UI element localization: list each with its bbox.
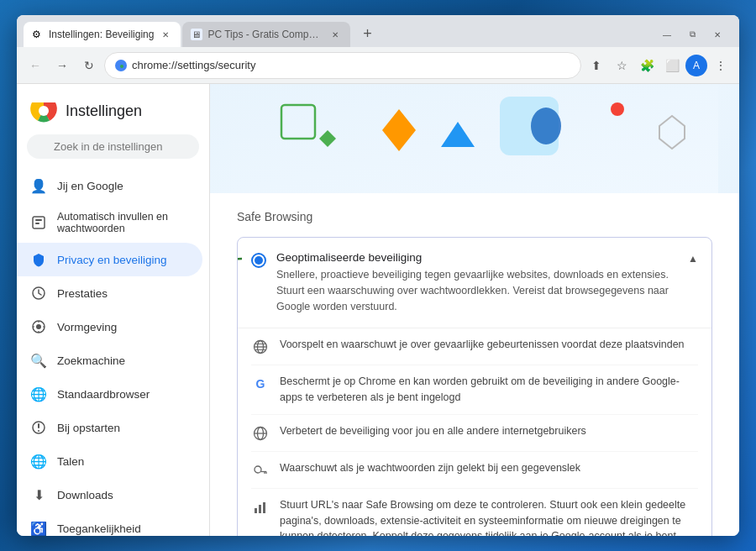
accessibility-icon: ♿ [30, 520, 47, 536]
shield-icon [30, 251, 47, 268]
tab-close-pc-tips[interactable]: ✕ [328, 28, 342, 41]
sidebar-item-bij-opstarten[interactable]: Bij opstarten [17, 411, 202, 444]
appearance-icon [30, 318, 47, 335]
svg-point-3 [39, 106, 49, 116]
sidebar-header: Instellingen [17, 84, 209, 134]
feature-globe-icon-2 [251, 424, 270, 443]
tab-favicon-settings: ⚙ [32, 29, 44, 40]
sidebar-item-standaardbrowser[interactable]: 🌐 Standaardbrowser [17, 377, 202, 411]
hero-area [210, 84, 739, 193]
google-g-icon: G [251, 375, 270, 393]
option-header: Geoptimaliseerde beveiliging Snellere, p… [238, 238, 711, 328]
autofill-icon [30, 214, 47, 231]
languages-icon: 🌐 [30, 453, 47, 470]
svg-rect-5 [35, 219, 42, 221]
url-bar[interactable]: chrome://settings/security [104, 52, 581, 79]
forward-button[interactable]: → [50, 54, 74, 77]
chrome-logo-icon [30, 97, 57, 124]
sidebar-item-privacy[interactable]: Privacy en beveiliging [17, 243, 202, 276]
url-favicon [115, 60, 127, 71]
download-icon: ⬇ [30, 486, 47, 503]
person-icon: 👤 [30, 177, 47, 194]
search-nav-icon: 🔍 [30, 352, 47, 369]
svg-point-18 [611, 102, 624, 116]
content-area: Instellingen 🔍 👤 Jij en Google [17, 84, 739, 536]
svg-point-30 [255, 466, 261, 473]
sidebar-label-privacy: Privacy en beveiliging [57, 254, 189, 266]
tab-pc-tips[interactable]: 🖥 PC Tips - Gratis Computer Tips... ✕ [182, 22, 350, 47]
feature-text-2: Beschermt je op Chrome en kan worden geb… [280, 374, 698, 406]
extensions-icon[interactable]: 🧩 [635, 54, 659, 77]
feature-item-5: Stuurt URL's naar Safe Browsing om deze … [251, 489, 698, 536]
bookmark-icon[interactable]: ☆ [610, 54, 633, 77]
sidebar-label-prestaties: Prestaties [57, 287, 189, 300]
tab-bar: ⚙ Instellingen: Beveiliging ✕ 🖥 PC Tips … [17, 15, 739, 47]
sidebar-item-zoekmachine[interactable]: 🔍 Zoekmachine [17, 344, 202, 377]
key-icon [251, 461, 270, 480]
sidebar-label-standaardbrowser: Standaardbrowser [57, 388, 189, 401]
address-actions: ⬆ ☆ 🧩 ⬜ A ⋮ [585, 54, 732, 77]
tab-title-pc-tips: PC Tips - Gratis Computer Tips... [207, 29, 323, 40]
tab-favicon-pc-tips: 🖥 [191, 29, 202, 40]
back-button[interactable]: ← [24, 54, 47, 77]
share-icon[interactable]: ⬆ [585, 54, 608, 77]
option-title: Geoptimaliseerde beveiliging [276, 251, 678, 264]
minimize-button[interactable]: — [655, 25, 679, 44]
svg-point-9 [36, 324, 41, 329]
sidebar-item-prestaties[interactable]: Prestaties [17, 276, 202, 310]
sidebar-nav: 👤 Jij en Google Automatisch invullen en … [17, 169, 209, 536]
feature-list: Voorspelt en waarschuwt je over gevaarli… [238, 328, 711, 536]
profile-split-icon[interactable]: ⬜ [660, 54, 684, 77]
feature-item-1: Voorspelt en waarschuwt je over gevaarli… [251, 328, 698, 365]
feature-item-3: Verbetert de beveiliging voor jou en all… [251, 415, 698, 452]
sidebar-title: Instellingen [66, 102, 142, 120]
new-tab-button[interactable]: + [355, 22, 379, 45]
sidebar-label-vormgeving: Vormgeving [57, 321, 189, 333]
green-arrow-icon [237, 255, 246, 305]
svg-rect-34 [255, 508, 257, 513]
browser-icon: 🌐 [30, 386, 47, 402]
sidebar-label-autofill: Automatisch invullen en wachtwoorden [57, 211, 189, 234]
sidebar-label-downloads: Downloads [57, 489, 189, 501]
section-title: Safe Browsing [237, 210, 712, 223]
feature-text-4: Waarschuwt als je wachtwoorden zijn gele… [280, 460, 580, 476]
sidebar: Instellingen 🔍 👤 Jij en Google [17, 84, 210, 536]
radio-geoptimaliseerd[interactable] [251, 253, 266, 268]
feature-item-4: Waarschuwt als je wachtwoorden zijn gele… [251, 452, 698, 489]
feature-text-3: Verbetert de beveiliging voor jou en all… [280, 423, 586, 439]
restore-button[interactable]: ⧉ [680, 25, 704, 44]
sidebar-label-talen: Talen [57, 455, 189, 468]
close-button[interactable]: ✕ [706, 25, 729, 44]
option-card-geoptimaliseerd: Geoptimaliseerde beveiliging Snellere, p… [237, 237, 712, 536]
sidebar-item-vormgeving[interactable]: Vormgeving [17, 310, 202, 344]
sidebar-item-jij-en-google[interactable]: 👤 Jij en Google [17, 169, 202, 202]
sidebar-search-input[interactable] [27, 134, 199, 159]
sidebar-item-downloads[interactable]: ⬇ Downloads [17, 478, 202, 512]
address-bar: ← → ↻ chrome://settings/security ⬆ ☆ 🧩 ⬜… [17, 47, 739, 84]
reload-button[interactable]: ↻ [77, 54, 101, 77]
collapse-icon[interactable]: ▲ [688, 253, 698, 265]
svg-rect-36 [263, 502, 265, 513]
option-text: Geoptimaliseerde beveiliging Snellere, p… [276, 251, 678, 314]
feature-item-2: G Beschermt je op Chrome en kan worden g… [251, 365, 698, 415]
sidebar-label-zoekmachine: Zoekmachine [57, 354, 189, 367]
sidebar-item-autofill[interactable]: Automatisch invullen en wachtwoorden [17, 202, 202, 243]
svg-point-17 [531, 108, 561, 144]
browser-window: ⚙ Instellingen: Beveiliging ✕ 🖥 PC Tips … [17, 15, 739, 536]
sidebar-item-toegankelijkheid[interactable]: ♿ Toegankelijkheid [17, 512, 202, 536]
feature-text-5: Stuurt URL's naar Safe Browsing om deze … [280, 497, 698, 536]
feature-text-1: Voorspelt en waarschuwt je over gevaarli… [280, 337, 685, 353]
window-controls: — ⧉ ✕ [655, 25, 732, 44]
tab-settings[interactable]: ⚙ Instellingen: Beveiliging ✕ [24, 22, 181, 47]
tab-close-settings[interactable]: ✕ [159, 28, 172, 41]
tab-title-settings: Instellingen: Beveiliging [49, 29, 154, 40]
profile-avatar[interactable]: A [685, 55, 707, 76]
svg-rect-35 [259, 505, 261, 513]
sidebar-search-wrapper: 🔍 [17, 134, 209, 169]
feature-globe-icon-1 [251, 338, 270, 356]
sidebar-item-talen[interactable]: 🌐 Talen [17, 444, 202, 478]
main-panel: Safe Browsing [210, 84, 739, 536]
url-text: chrome://settings/security [132, 59, 570, 71]
option-desc: Snellere, proactieve beveiliging tegen g… [276, 267, 678, 314]
menu-icon[interactable]: ⋮ [709, 54, 732, 77]
